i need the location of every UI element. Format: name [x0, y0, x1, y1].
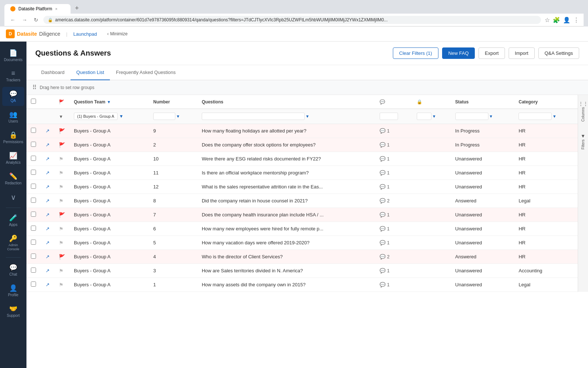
- filter-question-team-icon[interactable]: ▼: [107, 100, 111, 104]
- filters-panel-button[interactable]: ▼ Filters: [579, 130, 587, 152]
- sidebar-item-admin[interactable]: 🔑 Admin Console: [2, 231, 24, 254]
- external-link-icon[interactable]: ↗: [46, 142, 50, 148]
- flag-icon[interactable]: ⚑: [59, 198, 64, 204]
- launchpad-link[interactable]: Launchpad: [73, 31, 97, 37]
- external-link-icon[interactable]: ↗: [46, 226, 50, 231]
- lock-filter-input[interactable]: [417, 113, 431, 120]
- flag-icon[interactable]: ⚑: [59, 184, 64, 190]
- chat-icon: 💬: [9, 263, 17, 272]
- row-flag-cell: ⚑: [54, 194, 69, 208]
- qa-settings-button[interactable]: Q&A Settings: [538, 47, 579, 59]
- external-link-icon[interactable]: ↗: [46, 254, 50, 259]
- bookmark-icon[interactable]: ☆: [545, 17, 550, 24]
- back-button[interactable]: ←: [9, 16, 17, 24]
- import-button[interactable]: Import: [509, 47, 535, 59]
- sidebar-item-users[interactable]: 👥 Users: [2, 107, 24, 127]
- flag-icon[interactable]: 🚩: [59, 212, 65, 218]
- tab-faq[interactable]: Frequently Asked Questions: [110, 65, 182, 80]
- row-checkbox[interactable]: [31, 240, 36, 245]
- user-menu-icon[interactable]: 👤: [563, 17, 570, 24]
- flag-icon[interactable]: ⚑: [59, 282, 64, 288]
- select-all-checkbox[interactable]: [31, 99, 36, 104]
- menu-icon[interactable]: ⋮: [573, 17, 579, 24]
- questions-filter-icon[interactable]: ▼: [305, 114, 309, 118]
- row-checkbox[interactable]: [31, 198, 36, 203]
- brand-name: Datasite: [17, 31, 37, 37]
- profile-icon: 👤: [9, 284, 17, 292]
- external-link-icon[interactable]: ↗: [46, 156, 50, 162]
- export-button[interactable]: Export: [478, 47, 505, 59]
- row-checkbox[interactable]: [31, 212, 36, 217]
- row-checkbox[interactable]: [31, 170, 36, 175]
- clear-filters-button[interactable]: Clear Filters (1): [393, 47, 438, 59]
- external-link-icon[interactable]: ↗: [46, 184, 50, 190]
- new-tab-button[interactable]: +: [72, 3, 82, 14]
- clear-qt-filter-icon[interactable]: ▼: [119, 114, 123, 119]
- external-link-icon[interactable]: ↗: [46, 282, 50, 287]
- sidebar-item-more[interactable]: ∨: [2, 190, 24, 205]
- sidebar-item-documents[interactable]: 📄 Documents: [2, 46, 24, 65]
- drag-groups-header: ⠿ Drag here to set row groups: [26, 80, 588, 95]
- close-tab-button[interactable]: ×: [55, 7, 57, 11]
- sidebar-item-apps[interactable]: 🧪 Apps: [2, 211, 24, 230]
- browser-tab[interactable]: Datasite Platform ×: [4, 4, 71, 14]
- row-checkbox[interactable]: [31, 254, 36, 259]
- external-link-icon[interactable]: ↗: [46, 240, 50, 245]
- row-question-text: Is there an official workplace mentorshi…: [197, 166, 375, 180]
- row-checkbox[interactable]: [31, 282, 36, 287]
- tab-dashboard[interactable]: Dashboard: [35, 65, 71, 80]
- columns-label[interactable]: Columns: [581, 107, 585, 121]
- sidebar-item-qa[interactable]: 💬 qa: [2, 87, 24, 106]
- reload-button[interactable]: ↻: [32, 16, 40, 24]
- filters-label[interactable]: Filters: [581, 139, 585, 149]
- row-status: Answered: [451, 250, 514, 264]
- row-checkbox[interactable]: [31, 268, 36, 273]
- row-checkbox[interactable]: [31, 184, 36, 189]
- external-link-icon[interactable]: ↗: [46, 198, 50, 204]
- external-link-icon[interactable]: ↗: [46, 170, 50, 176]
- flag-icon[interactable]: 🚩: [59, 128, 65, 134]
- row-checkbox[interactable]: [31, 226, 36, 231]
- sidebar-item-redaction[interactable]: ✏️ Redaction: [2, 169, 24, 188]
- filter-flag-icon[interactable]: ▼: [59, 114, 63, 119]
- number-filter-input[interactable]: [153, 113, 175, 120]
- minimize-button[interactable]: ‹ Minimize: [107, 31, 128, 36]
- new-faq-button[interactable]: New FAQ: [442, 47, 475, 59]
- flag-icon[interactable]: ⚑: [59, 240, 64, 246]
- tab-question-list[interactable]: Question List: [71, 65, 110, 80]
- category-filter-input[interactable]: [519, 113, 552, 120]
- external-link-icon[interactable]: ↗: [46, 128, 50, 134]
- external-link-icon[interactable]: ↗: [46, 212, 50, 217]
- sidebar-item-profile[interactable]: 👤 Profile: [2, 281, 24, 300]
- category-filter-icon[interactable]: ▼: [552, 114, 556, 118]
- row-checkbox[interactable]: [31, 142, 36, 147]
- flag-icon[interactable]: 🚩: [59, 142, 65, 148]
- questions-filter-input[interactable]: [202, 113, 305, 120]
- columns-panel-button[interactable]: ⋮⋮ Columns: [577, 98, 588, 124]
- extensions-icon[interactable]: 🧩: [553, 17, 560, 24]
- flag-icon[interactable]: ⚑: [59, 170, 64, 176]
- number-filter-icon[interactable]: ▼: [176, 114, 180, 118]
- external-link-icon[interactable]: ↗: [46, 268, 50, 273]
- row-checkbox[interactable]: [31, 156, 36, 161]
- sidebar-label-chat: Chat: [9, 272, 17, 277]
- status-filter-input[interactable]: [455, 113, 488, 120]
- chat-filter-input[interactable]: [380, 113, 398, 120]
- sidebar-item-permissions[interactable]: 🔒 Permissions: [2, 128, 24, 147]
- forward-button[interactable]: →: [21, 16, 29, 24]
- row-checkbox[interactable]: [31, 128, 36, 133]
- url-box[interactable]: 🔒 americas.datasite.com/platform/contain…: [43, 16, 541, 24]
- flag-icon[interactable]: ⚑: [59, 268, 64, 274]
- flag-icon[interactable]: ⚑: [59, 156, 64, 162]
- sidebar-item-analytics[interactable]: 📈 Analytics: [2, 149, 24, 168]
- sidebar-item-trackers[interactable]: ≡ Trackers: [2, 67, 24, 85]
- lock-filter-icon[interactable]: ▼: [432, 114, 436, 118]
- flag-icon[interactable]: ⚑: [59, 226, 64, 232]
- flag-icon[interactable]: 🚩: [59, 254, 65, 260]
- sidebar-item-chat[interactable]: 💬 Chat: [2, 261, 24, 280]
- row-category: HR: [514, 152, 578, 166]
- row-lock: [412, 208, 451, 222]
- sidebar-item-support[interactable]: 🤝 Support: [2, 302, 24, 321]
- status-filter-icon[interactable]: ▼: [489, 114, 493, 118]
- question-team-filter-chip[interactable]: (1) Buyers - Group A: [74, 113, 118, 120]
